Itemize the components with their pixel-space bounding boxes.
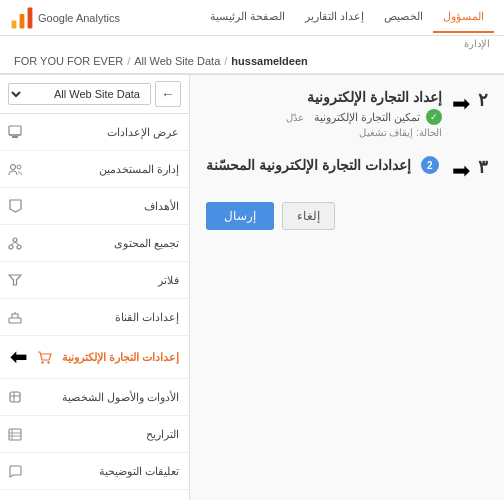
step-2-row: ٢ ➡ إعداد التجارة الإلكترونية تمكين التج… (206, 89, 488, 138)
step-2-tag[interactable]: عدّل (286, 112, 304, 123)
sidebar-item-label: التراريح (32, 428, 179, 441)
svg-point-7 (17, 165, 21, 169)
svg-rect-1 (20, 14, 25, 28)
svg-rect-5 (12, 136, 18, 138)
svg-marker-8 (10, 200, 21, 212)
content-area: ٢ ➡ إعداد التجارة الإلكترونية تمكين التج… (190, 75, 504, 500)
sidebar-back-button[interactable]: ← (155, 81, 181, 107)
svg-rect-0 (12, 20, 17, 28)
nav-link-home[interactable]: الصفحة الرئيسية (200, 2, 295, 33)
step-2-content: إعداد التجارة الإلكترونية تمكين التجارة … (206, 89, 442, 138)
users-icon (6, 160, 24, 178)
nav-link-customize[interactable]: الخصيص (374, 2, 433, 33)
sidebar-item-annotations[interactable]: تعليقات التوضيحية (0, 453, 189, 490)
sidebar-item-label: تعليقات التوضيحية (32, 465, 179, 478)
sidebar-item-reports[interactable]: التراريح (0, 416, 189, 453)
svg-point-9 (13, 238, 17, 242)
logo-text: Google Analytics (38, 12, 120, 24)
view-settings-icon (6, 123, 24, 141)
step-2-arrow: ➡ (452, 91, 470, 117)
breadcrumb: FOR YOU FOR EVER / All Web Site Data / h… (0, 49, 504, 74)
step-3-arrow: ➡ (452, 158, 470, 184)
top-navigation: المسؤول الخصيص إعداد التقارير الصفحة الر… (0, 0, 504, 36)
action-buttons: إرسال إلغاء (206, 202, 488, 230)
bc-user: hussameldeen (231, 55, 307, 67)
svg-line-13 (15, 242, 19, 245)
step-3-title: إعدادات التجارة الإلكترونية المحسّنة (206, 157, 411, 173)
content-grouping-icon (6, 234, 24, 252)
sidebar: ← All Web Site Data عرض الإعدادات إدارة … (0, 75, 190, 500)
step-2-sub: تمكين التجارة الإلكترونية عدّل (206, 109, 442, 125)
svg-rect-2 (28, 7, 33, 28)
step-2-number: ٢ (478, 89, 488, 111)
sidebar-item-label: الأهداف (32, 200, 179, 213)
svg-line-12 (11, 242, 15, 245)
send-button[interactable]: إرسال (206, 202, 274, 230)
sidebar-header: ← All Web Site Data (0, 75, 189, 114)
google-analytics-logo: Google Analytics (10, 6, 120, 30)
step-3-number: ٣ (478, 156, 488, 178)
step-3-content: 2 إعدادات التجارة الإلكترونية المحسّنة (206, 156, 442, 174)
active-arrow-icon: ⬅ (6, 345, 27, 369)
sidebar-item-filters[interactable]: فلاتر (0, 262, 189, 299)
filters-icon (6, 271, 24, 289)
sidebar-item-label: إعدادات التجارة الإلكترونية (61, 351, 179, 364)
step-2-sub-text: تمكين التجارة الإلكترونية (314, 111, 420, 124)
step-3-row: ٣ ➡ 2 إعدادات التجارة الإلكترونية المحسّ… (206, 156, 488, 184)
svg-rect-19 (10, 392, 20, 402)
sidebar-item-label: الأدوات والأصول الشخصية (32, 391, 179, 404)
svg-point-10 (9, 245, 13, 249)
sidebar-dropdown[interactable]: All Web Site Data (8, 83, 151, 105)
svg-rect-15 (9, 318, 21, 323)
goals-icon (6, 197, 24, 215)
sidebar-item-label: إعدادات القناة (32, 311, 179, 324)
svg-point-11 (17, 245, 21, 249)
admin-label: الإدارة (0, 36, 504, 49)
step-3-title-row: 2 إعدادات التجارة الإلكترونية المحسّنة (206, 156, 442, 174)
svg-marker-14 (9, 275, 21, 285)
sidebar-item-personal-tools[interactable]: الأدوات والأصول الشخصية (0, 379, 189, 416)
nav-links: المسؤول الخصيص إعداد التقارير الصفحة الر… (200, 2, 494, 33)
channel-settings-icon (6, 308, 24, 326)
svg-point-6 (10, 164, 15, 169)
nav-link-admin[interactable]: المسؤول (433, 2, 494, 33)
svg-point-18 (47, 361, 49, 363)
sidebar-item-ecommerce[interactable]: إعدادات التجارة الإلكترونية ⬅ (0, 336, 189, 379)
sidebar-item-label: تجميع المحتوى (32, 237, 179, 250)
sidebar-item-label: إدارة المستخدمين (32, 163, 179, 176)
step-2-note: الحالة: إيقاف تشغيل (206, 127, 442, 138)
sidebar-item-user-management[interactable]: إدارة المستخدمين (0, 151, 189, 188)
nav-link-reports[interactable]: إعداد التقارير (295, 2, 374, 33)
reports-icon (6, 425, 24, 443)
svg-rect-22 (9, 429, 21, 440)
main-layout: ٢ ➡ إعداد التجارة الإلكترونية تمكين التج… (0, 75, 504, 500)
personal-tools-icon (6, 388, 24, 406)
sidebar-item-channel-settings[interactable]: إعدادات القناة (0, 299, 189, 336)
ecommerce-icon (35, 348, 53, 366)
sidebar-item-view-settings[interactable]: عرض الإعدادات (0, 114, 189, 151)
sidebar-item-label: فلاتر (32, 274, 179, 287)
svg-point-17 (41, 361, 43, 363)
svg-rect-3 (9, 126, 21, 135)
annotations-icon (6, 462, 24, 480)
bc-site: All Web Site Data (134, 55, 220, 67)
sidebar-item-goals[interactable]: الأهداف (0, 188, 189, 225)
check-icon (426, 109, 442, 125)
step-3-badge: 2 (421, 156, 439, 174)
bc-org: FOR YOU FOR EVER (14, 55, 123, 67)
cancel-button[interactable]: إلغاء (282, 202, 335, 230)
sidebar-item-content-grouping[interactable]: تجميع المحتوى (0, 225, 189, 262)
step-2-title: إعداد التجارة الإلكترونية (206, 89, 442, 105)
sidebar-item-label: عرض الإعدادات (32, 126, 179, 139)
sidebar-items-list: عرض الإعدادات إدارة المستخدمين الأهداف ت… (0, 114, 189, 500)
